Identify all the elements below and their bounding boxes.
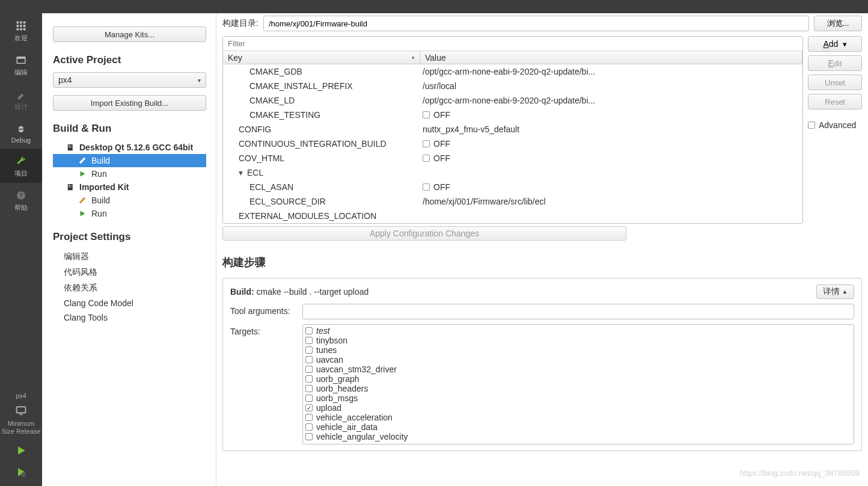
checkbox-icon[interactable]	[305, 385, 313, 392]
monitor-icon: 🖥	[65, 182, 76, 192]
kit-row[interactable]: 🖥Desktop Qt 5.12.6 GCC 64bit	[53, 141, 206, 154]
rail-debug[interactable]: Debug	[0, 116, 42, 149]
targets-list[interactable]: testtinybsontunesuavcanuavcan_stm32_driv…	[302, 324, 854, 444]
unset-button[interactable]: Unset	[808, 75, 862, 90]
table-header: Key▾ Value	[223, 51, 802, 64]
settings-item[interactable]: 代码风格	[53, 265, 206, 280]
checkbox-icon[interactable]	[305, 423, 313, 431]
checkbox-icon[interactable]	[305, 366, 313, 373]
target-item[interactable]: uorb_headers	[305, 384, 851, 393]
active-project-combo[interactable]: px4	[53, 72, 206, 88]
rail-target[interactable]	[0, 402, 42, 419]
svg-marker-17	[18, 446, 25, 454]
rail-welcome[interactable]: 欢迎	[0, 13, 42, 48]
rail-context-config[interactable]: Minimum Size Release	[0, 419, 42, 437]
rail-help[interactable]: ? 帮助	[0, 183, 42, 217]
settings-item[interactable]: Clang Tools	[53, 310, 206, 325]
mode-rail: 欢迎 编辑 设计 Debug 项目 ? 帮助 px4 Minimum Size …	[0, 13, 42, 486]
target-item[interactable]: vehicle_air_data	[305, 422, 851, 432]
play-debug-icon	[14, 466, 28, 479]
manage-kits-button[interactable]: Manage Kits...	[53, 26, 206, 42]
target-item[interactable]: uorb_graph	[305, 374, 851, 384]
checkbox-icon[interactable]	[305, 337, 313, 344]
monitor-icon	[14, 404, 28, 417]
checkbox-icon[interactable]	[423, 183, 430, 191]
checkbox-icon[interactable]	[423, 155, 430, 162]
table-row[interactable]: COV_HTMLOFF	[223, 151, 802, 165]
svg-rect-0	[17, 22, 19, 24]
rail-edit[interactable]: 编辑	[0, 48, 42, 82]
checkbox-icon[interactable]	[305, 414, 313, 421]
targets-label: Targets:	[230, 324, 296, 336]
checkbox-icon[interactable]	[423, 111, 430, 118]
kit-child-run[interactable]: Run	[53, 207, 206, 220]
advanced-checkbox[interactable]	[808, 122, 815, 129]
target-item[interactable]: test	[305, 326, 851, 336]
target-item[interactable]: vehicle_angular_velocity	[305, 432, 851, 441]
active-project-heading: Active Project	[53, 54, 206, 66]
target-item[interactable]: uorb_msgs	[305, 393, 851, 403]
table-row[interactable]: CONFIGnuttx_px4_fmu-v5_default	[223, 122, 802, 137]
rail-design-label: 设计	[14, 102, 28, 111]
checkbox-icon[interactable]	[305, 356, 313, 363]
svg-rect-3	[17, 25, 19, 27]
table-row[interactable]: ECL_ASANOFF	[223, 180, 802, 194]
checkbox-icon[interactable]	[305, 375, 313, 383]
kit-child-build[interactable]: Build	[53, 154, 206, 167]
wrench-icon	[14, 155, 28, 168]
checkbox-icon[interactable]	[305, 395, 313, 402]
rail-context-project[interactable]: px4	[0, 391, 42, 401]
column-key[interactable]: Key▾	[223, 51, 420, 64]
target-item[interactable]: tunes	[305, 345, 851, 355]
target-item[interactable]: uavcan	[305, 355, 851, 364]
kit-child-run[interactable]: Run	[53, 167, 206, 180]
play-icon	[77, 210, 88, 217]
build-steps-heading: 构建步骤	[222, 255, 862, 269]
browse-button[interactable]: 浏览...	[814, 16, 862, 31]
table-row[interactable]: CONTINUOUS_INTEGRATION_BUILDOFF	[223, 137, 802, 151]
build-dir-input[interactable]	[263, 16, 809, 31]
detail-button[interactable]: 详情▲	[816, 285, 854, 299]
checkbox-icon[interactable]	[305, 327, 313, 334]
import-build-button[interactable]: Import Existing Build...	[53, 95, 206, 111]
table-row[interactable]: EXTERNAL_MODULES_LOCATION	[223, 209, 802, 223]
play-icon	[14, 444, 28, 457]
filter-input[interactable]	[223, 37, 802, 51]
checkbox-icon[interactable]	[423, 140, 430, 147]
settings-item[interactable]: Clang Code Model	[53, 296, 206, 310]
reset-button[interactable]: Reset	[808, 94, 862, 109]
target-item[interactable]: ✓upload	[305, 403, 851, 413]
rail-project[interactable]: 项目	[0, 149, 42, 183]
target-item[interactable]: uavcan_stm32_driver	[305, 364, 851, 374]
add-button[interactable]: Add ▾	[808, 36, 862, 52]
table-row[interactable]: ECL_SOURCE_DIR/home/xj/001/Firmware/src/…	[223, 194, 802, 209]
kit-child-build[interactable]: Build	[53, 194, 206, 207]
svg-text:?: ?	[19, 192, 23, 199]
table-row[interactable]: CMAKE_GDB/opt/gcc-arm-none-eabi-9-2020-q…	[223, 64, 802, 79]
table-row[interactable]: ▾ECL	[223, 165, 802, 180]
svg-rect-15	[17, 407, 26, 413]
svg-rect-10	[17, 57, 25, 59]
rail-run-debug[interactable]	[0, 462, 42, 486]
tool-args-input[interactable]	[302, 304, 854, 319]
settings-item[interactable]: 依赖关系	[53, 280, 206, 296]
kit-row[interactable]: 🖥Imported Kit	[53, 180, 206, 194]
checkbox-icon[interactable]	[305, 346, 313, 354]
svg-rect-5	[23, 25, 26, 27]
rail-help-label: 帮助	[14, 203, 28, 212]
kits-tree: 🖥Desktop Qt 5.12.6 GCC 64bitBuildRun🖥Imp…	[53, 141, 206, 220]
target-item[interactable]: vehicle_acceleration	[305, 413, 851, 422]
settings-item[interactable]: 编辑器	[53, 249, 206, 265]
build-step-box: Build: cmake --build . --target upload 详…	[222, 278, 862, 451]
table-row[interactable]: CMAKE_LD/opt/gcc-arm-none-eabi-9-2020-q2…	[223, 93, 802, 108]
hammer-icon	[77, 156, 88, 165]
rail-design[interactable]: 设计	[0, 82, 42, 116]
table-row[interactable]: CMAKE_INSTALL_PREFIX/usr/local	[223, 79, 802, 93]
rail-run[interactable]	[0, 440, 42, 462]
checkbox-icon[interactable]	[305, 433, 313, 440]
checkbox-icon[interactable]: ✓	[305, 404, 313, 411]
target-item[interactable]: tinybson	[305, 336, 851, 345]
table-row[interactable]: CMAKE_TESTINGOFF	[223, 108, 802, 122]
column-value[interactable]: Value	[420, 51, 802, 64]
edit-button[interactable]: Edit	[808, 55, 862, 71]
